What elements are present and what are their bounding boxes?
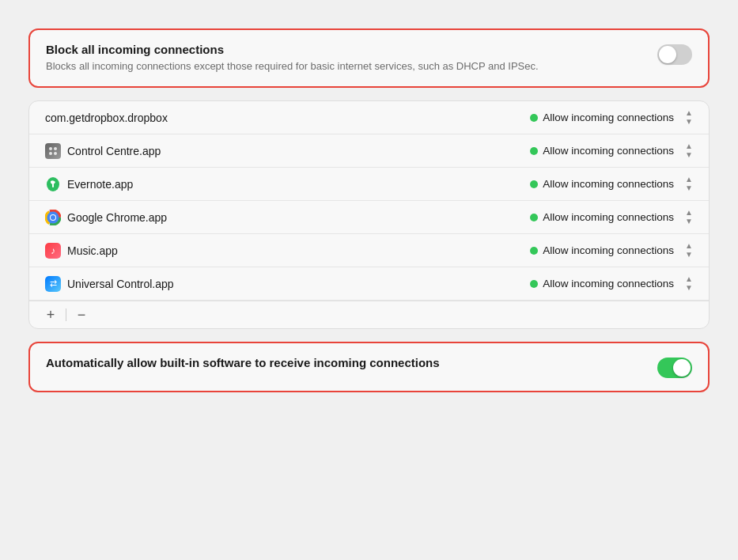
svg-point-2 [49,152,52,155]
auto-allow-toggle[interactable] [657,358,692,378]
app-name-control-centre: Control Centre.app [45,143,530,159]
app-row-evernote: Evernote.app Allow incoming connections … [29,168,709,201]
block-connections-card: Block all incoming connections Blocks al… [28,28,710,88]
apps-list-card: com.getdropbox.dropbox Allow incoming co… [28,100,710,329]
block-connections-subtitle: Blocks all incoming connections except t… [46,59,645,74]
app-status-dropbox: Allow incoming connections ▲ ▼ [530,109,693,126]
music-icon: ♪ [45,243,61,259]
stepper-evernote[interactable]: ▲ ▼ [685,176,693,192]
stepper-dropbox[interactable]: ▲ ▼ [685,109,693,126]
evernote-label: Evernote.app [67,178,133,191]
status-dot-universal-control [530,280,538,288]
status-dot-evernote [530,180,538,188]
status-dot-music [530,247,538,255]
app-status-control-centre: Allow incoming connections ▲ ▼ [530,142,693,159]
app-row-dropbox: com.getdropbox.dropbox Allow incoming co… [29,101,709,134]
status-label-universal-control: Allow incoming connections [543,278,674,289]
svg-point-1 [54,147,57,150]
svg-rect-5 [52,184,54,187]
firewall-settings-container: Block all incoming connections Blocks al… [16,16,722,405]
auto-allow-text: Automatically allow built-in software to… [46,356,645,373]
app-row-chrome: Google Chrome.app Allow incoming connect… [29,201,709,234]
status-label-control-centre: Allow incoming connections [543,145,674,157]
control-centre-label: Control Centre.app [67,145,161,157]
stepper-music[interactable]: ▲ ▼ [685,242,693,259]
chrome-icon [45,210,61,225]
app-row-control-centre: Control Centre.app Allow incoming connec… [29,134,709,168]
app-name-music: ♪ Music.app [45,243,530,259]
app-status-chrome: Allow incoming connections ▲ ▼ [530,209,693,225]
auto-allow-card: Automatically allow built-in software to… [28,342,710,392]
apps-footer: + − [29,301,709,328]
stepper-universal-control[interactable]: ▲ ▼ [685,275,693,292]
app-row-music: ♪ Music.app Allow incoming connections ▲… [29,234,709,267]
status-label-music: Allow incoming connections [543,244,674,256]
svg-point-3 [54,152,57,155]
status-label-chrome: Allow incoming connections [543,211,674,223]
status-label-dropbox: Allow incoming connections [543,112,674,123]
app-status-universal-control: Allow incoming connections ▲ ▼ [530,275,693,292]
footer-divider [66,308,66,321]
toggle-knob [659,46,676,63]
chrome-label: Google Chrome.app [67,211,167,224]
auto-allow-title: Automatically allow built-in software to… [46,356,645,369]
status-dot-chrome [530,214,538,221]
block-connections-text: Block all incoming connections Blocks al… [46,43,645,74]
status-dot-dropbox [530,114,538,122]
music-label: Music.app [67,244,118,257]
block-connections-toggle[interactable] [657,44,692,65]
stepper-chrome[interactable]: ▲ ▼ [685,209,693,225]
stepper-control-centre[interactable]: ▲ ▼ [685,142,693,159]
app-name-chrome: Google Chrome.app [45,210,530,225]
auto-toggle-knob [673,359,691,376]
dropbox-label: com.getdropbox.dropbox [45,112,168,124]
universal-control-icon: ⇄ [45,276,61,292]
app-name-evernote: Evernote.app [45,176,530,192]
status-dot-control-centre [530,147,538,155]
control-centre-icon [45,143,61,159]
svg-point-11 [51,215,55,220]
universal-control-label: Universal Control.app [67,278,174,290]
app-name-universal-control: ⇄ Universal Control.app [45,276,530,292]
remove-app-button[interactable]: − [71,306,92,324]
app-status-evernote: Allow incoming connections ▲ ▼ [530,176,693,192]
evernote-icon [45,176,61,192]
status-label-evernote: Allow incoming connections [543,178,674,190]
app-row-universal-control: ⇄ Universal Control.app Allow incoming c… [29,267,709,301]
block-connections-title: Block all incoming connections [46,43,645,56]
app-name-dropbox: com.getdropbox.dropbox [45,112,530,124]
app-status-music: Allow incoming connections ▲ ▼ [530,242,693,259]
add-app-button[interactable]: + [40,306,61,324]
svg-point-0 [49,147,52,150]
